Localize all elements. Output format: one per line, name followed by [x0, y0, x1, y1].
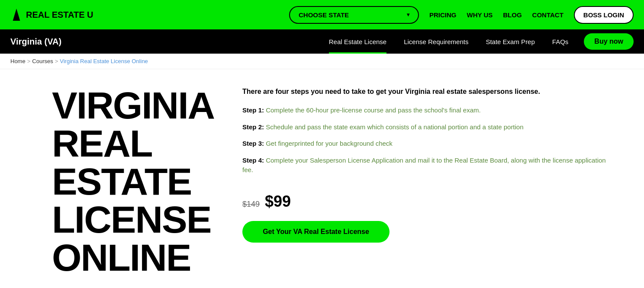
cta-button[interactable]: Get Your VA Real Estate License — [242, 221, 390, 243]
steps-intro-text: There are four steps you need to take to… — [242, 88, 540, 95]
breadcrumb-home[interactable]: Home — [10, 58, 26, 64]
step-3: Step 3: Get fingerprinted for your backg… — [242, 139, 618, 149]
pricing-link[interactable]: PRICING — [429, 11, 457, 19]
logo[interactable]: REAL ESTATE U — [10, 9, 93, 21]
buy-now-button[interactable]: Buy now — [584, 33, 634, 50]
tab-faqs[interactable]: FAQs — [544, 29, 577, 54]
hero-title: VIRGINIAREALESTATELICENSEONLINE — [52, 86, 214, 277]
breadcrumb: Home > Courses > Virginia Real Estate Li… — [0, 54, 644, 69]
top-navigation: REAL ESTATE U CHOOSE STATE ▾ PRICING WHY… — [0, 0, 644, 29]
step-4-label: Step 4: — [242, 157, 264, 164]
contact-link[interactable]: CONTACT — [532, 11, 564, 19]
secondary-nav-links-group: Real Estate License License Requirements… — [320, 29, 577, 54]
step-4-text: Complete your Salesperson License Applic… — [242, 157, 606, 174]
secondary-navigation: Virginia (VA) Real Estate License Licens… — [0, 29, 644, 54]
choose-state-label: CHOOSE STATE — [299, 11, 349, 19]
logo-icon — [10, 9, 23, 21]
hero-right: There are four steps you need to take to… — [216, 69, 644, 288]
step-4: Step 4: Complete your Salesperson Licens… — [242, 156, 618, 175]
breadcrumb-courses[interactable]: Courses — [32, 58, 53, 64]
step-3-label: Step 3: — [242, 140, 264, 147]
boss-login-button[interactable]: BOSS LOGIN — [574, 6, 634, 24]
blog-link[interactable]: BLOG — [503, 11, 522, 19]
step-1: Step 1: Complete the 60-hour pre-license… — [242, 106, 618, 115]
tab-real-estate-license[interactable]: Real Estate License — [320, 29, 395, 54]
step-1-text: Complete the 60-hour pre-license course … — [266, 106, 480, 114]
why-us-link[interactable]: WHY US — [467, 11, 493, 19]
logo-text: REAL ESTATE U — [26, 10, 93, 20]
chevron-down-icon: ▾ — [407, 12, 409, 18]
tab-state-exam-prep[interactable]: State Exam Prep — [477, 29, 543, 54]
step-2-text: Schedule and pass the state exam which c… — [266, 123, 523, 131]
hero-left: VIRGINIAREALESTATELICENSEONLINE — [0, 69, 216, 288]
step-2: Step 2: Schedule and pass the state exam… — [242, 122, 618, 132]
nav-links: PRICING WHY US BLOG CONTACT — [429, 11, 564, 19]
state-title: Virginia (VA) — [10, 37, 61, 47]
original-price: $149 — [242, 200, 260, 209]
sale-price: $99 — [265, 192, 291, 211]
breadcrumb-sep-1: > — [27, 58, 31, 64]
breadcrumb-current: Virginia Real Estate License Online — [60, 58, 148, 64]
top-nav-right: CHOOSE STATE ▾ PRICING WHY US BLOG CONTA… — [289, 6, 634, 24]
breadcrumb-sep-2: > — [55, 58, 58, 64]
main-content: VIRGINIAREALESTATELICENSEONLINE There ar… — [0, 69, 644, 288]
pricing-row: $149 $99 — [242, 192, 618, 211]
secondary-nav-links: Real Estate License License Requirements… — [320, 29, 634, 54]
steps-intro: There are four steps you need to take to… — [242, 86, 618, 97]
step-3-text: Get fingerprinted for your background ch… — [266, 140, 393, 147]
choose-state-button[interactable]: CHOOSE STATE ▾ — [289, 6, 419, 24]
tab-license-requirements[interactable]: License Requirements — [395, 29, 477, 54]
step-1-label: Step 1: — [242, 106, 264, 114]
step-2-label: Step 2: — [242, 123, 264, 131]
